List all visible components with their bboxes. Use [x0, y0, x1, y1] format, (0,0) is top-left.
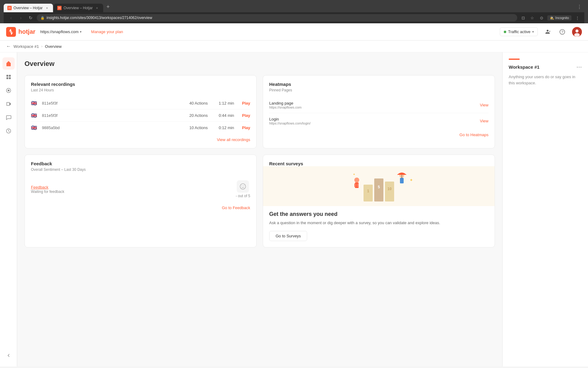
address-input[interactable]: 🔒 insights.hotjar.com/sites/3090413/work… [37, 14, 517, 21]
accent-bar [509, 59, 520, 60]
address-text: insights.hotjar.com/sites/3090413/worksp… [47, 16, 152, 20]
header-right: Traffic active ▾ ? [500, 27, 582, 37]
heatmap-view-button[interactable]: View [480, 119, 488, 123]
site-selector-chevron-icon: ▾ [80, 30, 81, 33]
browser-tab-active[interactable]: H Overview – Hotjar × [4, 4, 53, 12]
recordings-card-subtitle: Last 24 Hours [31, 88, 250, 92]
right-panel-menu-button[interactable]: ⋯ [576, 63, 582, 70]
address-bar: ‹ › ↻ 🔒 insights.hotjar.com/sites/309041… [4, 12, 584, 23]
collapse-icon [6, 353, 11, 358]
recordings-card: Relevant recordings Last 24 Hours 🇬🇧 811… [24, 75, 257, 148]
recordings-icon [6, 101, 12, 107]
recording-actions: 40 Actions [189, 101, 214, 105]
site-selector[interactable]: https://snapflows.com ▾ [40, 29, 81, 34]
help-button[interactable]: ? [557, 27, 567, 37]
surveys-card: Recent surveys 1 5 10 [263, 155, 495, 247]
tab-favicon-inactive: H [57, 6, 62, 10]
add-user-button[interactable] [543, 27, 552, 37]
right-panel: Workspace #1 ⋯ Anything your users do or… [502, 52, 588, 366]
view-all-recordings-button[interactable]: View all recordings [217, 137, 250, 142]
feedback-score: - out of 5 [236, 180, 250, 198]
traffic-dot-icon [504, 31, 506, 33]
go-to-surveys-button[interactable]: Go to Surveys [269, 231, 307, 241]
site-url: https://snapflows.com [40, 29, 79, 34]
recording-id: 9885a5bd [42, 125, 184, 130]
tab-favicon-active: H [7, 6, 12, 10]
new-tab-button[interactable]: + [104, 2, 112, 11]
star-icon[interactable]: ☆ [529, 14, 536, 21]
forward-button[interactable]: › [17, 14, 24, 21]
svg-rect-11 [9, 75, 11, 77]
hotjar-logo[interactable]: hotjar [6, 27, 36, 37]
profile-icon[interactable]: ⊙ [538, 14, 545, 21]
recording-id: 811e5f3f [42, 101, 184, 105]
heatmap-page-url: https://snapflows.com [269, 105, 302, 109]
recordings-table: 🇬🇧 811e5f3f 40 Actions 1:12 min Play 🇬🇧 … [31, 97, 250, 134]
svg-point-9 [574, 33, 580, 37]
table-row: 🇬🇧 811e5f3f 20 Actions 0:44 min Play [31, 109, 250, 122]
svg-rect-12 [6, 77, 8, 79]
sidebar-item-surveys[interactable] [2, 125, 15, 137]
feedback-score-text: - out of 5 [236, 194, 250, 198]
main-content: Overview Relevant recordings Last 24 Hou… [17, 52, 502, 366]
view-all-recordings-link: View all recordings [31, 137, 250, 142]
home-icon [6, 60, 12, 67]
go-to-heatmaps-button[interactable]: Go to Heatmaps [459, 132, 488, 137]
browser-chrome: H Overview – Hotjar × H Overview – Hotja… [0, 0, 588, 23]
browser-options-icon[interactable]: ⋮ [574, 14, 581, 21]
reload-button[interactable]: ↻ [27, 14, 34, 21]
sidebar-bottom [2, 349, 15, 362]
svg-rect-23 [385, 182, 394, 201]
feedback-card-title: Feedback [31, 161, 250, 166]
sidebar-item-feedback[interactable] [2, 111, 15, 124]
sidebar-collapse-button[interactable] [2, 349, 15, 362]
traffic-status[interactable]: Traffic active ▾ [500, 27, 538, 36]
sidebar-item-recordings[interactable] [2, 98, 15, 110]
hotjar-logo-text: hotjar [18, 28, 36, 35]
breadcrumb: ← Workspace #1 › Overview [0, 40, 588, 52]
heatmaps-icon [6, 87, 12, 94]
play-button[interactable]: Play [242, 125, 250, 130]
incognito-badge: 🕵 Incognito [547, 15, 571, 21]
go-to-feedback-button[interactable]: Go to Feedback [222, 205, 251, 210]
list-item: Login https://snapflows.com/login/ View [269, 113, 488, 129]
play-button[interactable]: Play [242, 113, 250, 118]
play-button[interactable]: Play [242, 101, 250, 105]
recordings-card-title: Relevant recordings [31, 82, 250, 87]
breadcrumb-workspace[interactable]: Workspace #1 [13, 44, 39, 49]
surveys-illustration-svg: 1 5 10 ✦ [330, 166, 428, 206]
heatmap-rows: Landing page https://snapflows.com View … [269, 97, 488, 129]
svg-text:✦: ✦ [353, 173, 355, 176]
heatmap-page-url: https://snapflows.com/login/ [269, 121, 311, 125]
sidebar-item-heatmaps[interactable] [2, 84, 15, 97]
go-to-heatmaps-link: Go to Heatmaps [269, 132, 488, 137]
feedback-face-icon [237, 180, 249, 193]
svg-point-15 [8, 90, 9, 91]
manage-plan-link[interactable]: Manage your plan [91, 29, 123, 34]
heatmap-view-button[interactable]: View [480, 103, 488, 107]
sidebar-item-home[interactable] [2, 57, 15, 70]
breadcrumb-separator: › [41, 44, 43, 48]
tab-close-inactive[interactable]: × [95, 6, 100, 10]
heatmap-page-name: Login [269, 117, 311, 121]
flag-icon: 🇬🇧 [31, 100, 37, 106]
back-button[interactable]: ‹ [7, 14, 15, 21]
app-body: Overview Relevant recordings Last 24 Hou… [0, 52, 588, 366]
avatar[interactable] [572, 27, 582, 37]
svg-text:10: 10 [387, 187, 392, 191]
breadcrumb-back-button[interactable]: ← [6, 44, 11, 49]
recording-id: 811e5f3f [42, 113, 184, 118]
dashboard-icon [6, 74, 12, 80]
browser-tab-inactive[interactable]: H Overview – Hotjar × [54, 4, 103, 12]
tab-close-active[interactable]: × [44, 6, 49, 10]
svg-point-8 [575, 29, 579, 33]
cast-icon[interactable]: ⊡ [520, 14, 526, 21]
sidebar [0, 52, 17, 366]
svg-point-19 [243, 186, 244, 186]
recording-duration: 1:12 min [219, 101, 237, 105]
list-item: Landing page https://snapflows.com View [269, 97, 488, 113]
feedback-name-link[interactable]: Feedback [31, 185, 64, 190]
sidebar-item-dashboard[interactable] [2, 71, 15, 83]
tab-title-active: Overview – Hotjar [13, 6, 43, 10]
browser-menu-button[interactable]: ⋮ [575, 3, 584, 11]
